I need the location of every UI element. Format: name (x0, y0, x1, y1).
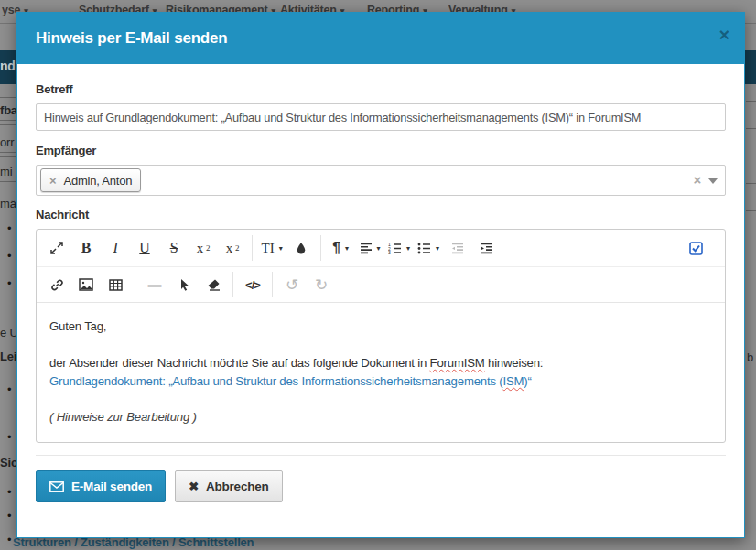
eraser-icon (207, 278, 221, 291)
cancel-button[interactable]: ✖ Abbrechen (175, 470, 282, 502)
cancel-x-icon: ✖ (189, 480, 199, 493)
italic-button[interactable]: I (101, 234, 130, 262)
dropdown-arrow-icon[interactable] (708, 178, 718, 184)
link-icon (50, 278, 64, 292)
chevron-down-icon: ▾ (345, 244, 349, 253)
divider (746, 183, 756, 184)
divider (0, 181, 16, 182)
message-line: der Absender dieser Nachricht möchte Sie… (49, 354, 712, 372)
cancel-label: Abbrechen (206, 480, 269, 493)
outdent-button[interactable] (443, 234, 472, 262)
toolbar-separator (135, 272, 135, 297)
indent-button[interactable] (472, 234, 502, 262)
subscript-button[interactable]: x2 (189, 234, 218, 262)
spellcheck-word: ISM (502, 374, 524, 388)
paragraph-icon: ¶ (332, 240, 340, 256)
toolbar-separator (272, 272, 273, 297)
dialog-title: Hinweis per E-Mail senden (36, 29, 227, 48)
align-left-icon (360, 243, 373, 254)
empfaenger-select[interactable]: × Admin, Anton × (36, 165, 726, 196)
link-button[interactable] (42, 271, 71, 298)
table-button[interactable] (101, 271, 130, 298)
eraser-button[interactable] (199, 271, 228, 298)
bullet-icon: • (7, 221, 11, 235)
bullet-icon: • (7, 383, 11, 396)
divider (0, 120, 16, 121)
toolbar-separator (320, 235, 321, 261)
strikethrough-button[interactable]: S (159, 234, 189, 262)
ordered-list-button[interactable]: 1 2 3 ▾ (384, 234, 414, 262)
dialog-body: Betreff Empfänger × Admin, Anton × Nachr… (17, 64, 744, 443)
betreff-input[interactable] (36, 103, 726, 131)
send-email-button[interactable]: E-Mail senden (36, 470, 166, 502)
paragraph-style-button[interactable]: ¶▾ (326, 234, 355, 262)
undo-button[interactable]: ↺ (277, 271, 307, 298)
envelope-icon (49, 481, 64, 492)
chevron-down-icon: ▾ (279, 244, 283, 253)
close-icon[interactable]: × (719, 26, 729, 44)
fullscreen-button[interactable] (42, 234, 71, 262)
divider (746, 101, 756, 102)
dialog-header: Hinweis per E-Mail senden × (17, 13, 744, 64)
chevron-down-icon: ▾ (377, 244, 381, 253)
color-button[interactable] (286, 234, 316, 262)
empfaenger-label: Empfänger (36, 144, 726, 157)
indent-icon (481, 243, 493, 254)
bg-text-fragment: fba (0, 103, 17, 117)
blank-line (49, 336, 712, 354)
betreff-label: Betreff (36, 82, 726, 96)
document-link-line: Grundlagendokument: „Aufbau und Struktur… (49, 372, 712, 391)
divider (746, 210, 756, 211)
table-icon (109, 279, 123, 291)
image-button[interactable] (71, 271, 101, 298)
unordered-list-button[interactable]: ▾ (414, 234, 443, 262)
align-button[interactable]: ▾ (355, 234, 384, 262)
send-email-label: E-Mail senden (71, 480, 152, 493)
bullet-icon: • (7, 430, 11, 444)
bg-text-fragment: mä (0, 197, 16, 210)
divider (746, 128, 756, 129)
droplet-icon (296, 242, 307, 254)
toolbar-row-2: — </> ↺ ↻ (37, 267, 725, 303)
checkbox-button[interactable] (681, 234, 710, 262)
cursor-button[interactable] (169, 271, 199, 298)
toolbar-row-1: B I U S x2 x2 TI▾ ¶▾ (37, 230, 725, 267)
redo-button[interactable]: ↻ (307, 271, 336, 298)
bullet-icon: • (7, 276, 11, 290)
expand-icon (50, 242, 63, 254)
document-link[interactable]: Grundlagendokument: „Aufbau und Struktur… (49, 374, 532, 388)
checkbox-checked-icon (689, 242, 703, 255)
recipient-chip: × Admin, Anton (40, 168, 141, 192)
svg-text:3: 3 (388, 250, 391, 254)
unordered-list-icon (417, 243, 431, 254)
nachricht-label: Nachricht (36, 208, 726, 221)
richtext-editor: B I U S x2 x2 TI▾ ¶▾ (36, 229, 726, 443)
outdent-icon (451, 243, 464, 254)
clear-selection-icon[interactable]: × (693, 173, 701, 187)
toolbar-separator (232, 272, 233, 297)
bullet-icon: • (7, 485, 11, 499)
bullet-icon: • (7, 249, 11, 263)
email-hint-dialog: Hinweis per E-Mail senden × Betreff Empf… (16, 12, 745, 538)
bold-button[interactable]: B (71, 234, 101, 262)
chevron-down-icon: ▾ (406, 244, 410, 253)
ordered-list-icon: 1 2 3 (388, 243, 402, 254)
horizontal-rule-button[interactable]: — (140, 271, 169, 298)
divider (0, 124, 16, 125)
bg-text-fragment: orr (0, 135, 14, 149)
editing-note: ( Hinweise zur Bearbeitung ) (49, 408, 712, 426)
bg-text-fragment: mi (0, 165, 12, 178)
bullet-icon: • (7, 533, 11, 546)
underline-button[interactable]: U (130, 234, 159, 262)
remove-recipient-icon[interactable]: × (49, 174, 56, 188)
recipient-chip-label: Admin, Anton (63, 174, 132, 188)
dialog-footer: E-Mail senden ✖ Abbrechen (36, 455, 726, 502)
message-body[interactable]: Guten Tag, der Absender dieser Nachricht… (37, 303, 725, 442)
superscript-button[interactable]: x2 (218, 234, 247, 262)
fontsize-button[interactable]: TI▾ (257, 234, 286, 262)
blank-line (49, 390, 712, 408)
bullet-icon: • (7, 509, 11, 523)
bg-text-fragment: b (747, 350, 753, 364)
code-view-button[interactable]: </> (238, 271, 267, 298)
chevron-down-icon: ▾ (436, 244, 439, 253)
